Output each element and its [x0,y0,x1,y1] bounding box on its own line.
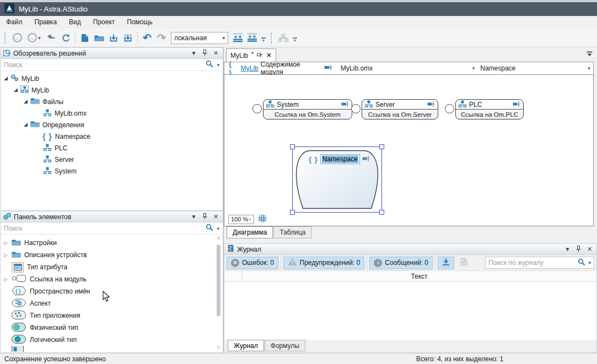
expander-icon[interactable]: ▷ [4,252,8,258]
connector-port[interactable] [351,104,361,113]
selection-handle[interactable] [379,144,384,149]
tree-item-namespace[interactable]: { } Namespace [1,131,223,142]
expander-icon[interactable] [4,77,8,80]
toolbar-grip[interactable] [271,32,273,44]
search-icon[interactable] [206,60,213,69]
reference-pin-icon[interactable] [341,101,349,108]
tree-item-system[interactable]: System [1,165,223,177]
tree-item-solution[interactable]: MyLib [1,73,223,84]
redo-button[interactable]: ↷ [154,31,169,45]
navigate-up-button[interactable]: ⬑ [44,31,58,45]
journal-column-icon[interactable] [224,271,242,281]
expander-icon[interactable]: ▷ [4,276,8,282]
breadcrumb-root-link[interactable]: MyLib [241,64,259,72]
journal-search-input[interactable] [488,259,576,267]
journal-column-text[interactable]: Текст [242,271,596,281]
zoom-combo[interactable]: 100 %˅ [228,215,254,224]
module-shape-system[interactable]: System Ссылка на Om.System [263,99,352,119]
navigate-forward-button[interactable]: →▾ [24,31,44,45]
menu-view[interactable]: Вид [63,16,87,29]
connector-port[interactable] [445,104,454,113]
namespace-shape[interactable]: { } Namespace [295,150,379,209]
tree-item-plc[interactable]: PLC [1,142,223,154]
messages-toggle-button[interactable]: i Сообщений: 0 [369,257,433,269]
panel-menu-button[interactable]: ▼ [190,214,198,220]
toolbox-item-physical-type[interactable]: Физический тип [1,322,223,334]
panel-menu-button[interactable]: ▼ [563,246,572,252]
apply-all-button[interactable] [245,31,259,45]
solution-search-input[interactable] [4,61,203,69]
panel-menu-button[interactable]: ▼ [190,50,198,56]
scroll-down-icon[interactable]: ˅ [215,345,222,351]
scroll-up-icon[interactable]: ˄ [215,236,222,242]
toolbox-item-namespace[interactable]: { } Пространство имён [1,285,223,297]
menu-file[interactable]: Файл [0,16,29,29]
toolbox-item-clipped[interactable] [1,346,223,352]
close-icon[interactable]: ✕ [585,246,594,253]
connector-port[interactable] [252,104,262,113]
search-options-icon[interactable]: ▾ [588,260,591,265]
selection-handle[interactable] [379,210,384,215]
save-button[interactable] [106,31,121,45]
search-icon[interactable] [206,224,213,233]
warnings-toggle-button[interactable]: Предупреждений: 0 [283,257,365,269]
search-options-icon[interactable]: ▾ [217,62,219,68]
pin-icon[interactable] [201,213,209,221]
toolbox-item-application-type[interactable]: Тип приложения [1,309,223,322]
pin-icon[interactable] [201,50,209,57]
reference-pin-icon[interactable] [324,64,332,72]
toolbox-search-input[interactable] [4,225,203,232]
search-options-icon[interactable]: ▾ [217,226,219,231]
refresh-button[interactable] [58,31,73,45]
module-shape-server[interactable]: Server Ссылка на Om.Server [362,99,438,119]
toolbox-item-settings[interactable]: ▷ Настройки [1,237,223,249]
close-icon[interactable]: ✕ [212,213,220,220]
reference-pin-icon[interactable] [513,101,520,108]
expander-icon[interactable] [24,100,28,104]
tab-diagram[interactable]: Диаграмма [227,226,273,238]
search-icon[interactable] [578,258,585,268]
navigate-back-button[interactable]: ← [10,31,24,45]
tree-item-definitions-folder[interactable]: Определения [1,119,223,131]
diagram-canvas[interactable]: System Ссылка на Om.System Server Ссылка… [224,74,594,226]
type-combo[interactable]: Namespace▾ [477,63,593,74]
toolbox-scrollbar[interactable]: ˄ ˅ [215,236,222,351]
grid-icon[interactable] [258,214,267,224]
configuration-combo[interactable]: локальная▾ [171,32,228,44]
toolbar-grip[interactable] [4,32,7,44]
tab-formulas[interactable]: Формулы [265,340,305,351]
diagram-tool-button[interactable] [276,31,291,45]
tab-journal[interactable]: Журнал [228,340,264,351]
expander-icon[interactable] [14,88,18,92]
scrollbar-thumb[interactable] [217,245,220,316]
pin-icon[interactable] [574,246,583,253]
save-all-button[interactable] [121,31,135,45]
toolbox-item-device-descriptions[interactable]: ▷ Описания устройств [1,249,223,261]
tree-item-files-folder[interactable]: Файлы [1,96,223,107]
pin-icon[interactable] [257,52,263,59]
apply-to-device-button[interactable] [230,31,245,45]
module-shape-plc[interactable]: PLC Ссылка на Om.PLC [455,99,524,119]
reference-pin-icon[interactable] [362,155,370,163]
tree-item-server[interactable]: Server [1,154,223,165]
menu-help[interactable]: Помощь [121,16,158,29]
toolbar-overflow-button[interactable]: ▾ [260,37,267,42]
tree-item-module[interactable]: MyLib [1,84,223,96]
close-icon[interactable]: ✕ [266,52,271,59]
expander-icon[interactable]: ▷ [4,240,8,246]
import-log-button[interactable] [438,257,454,269]
tab-list-icon[interactable] [587,51,593,58]
menu-project[interactable]: Проект [87,16,121,29]
selection-handle[interactable] [290,210,295,215]
toolbox-item-attribute-type[interactable]: Тип атрибута [1,261,223,273]
toolbox-item-logical-type[interactable]: Логический тип [1,334,223,346]
export-log-button[interactable] [456,256,471,270]
close-icon[interactable]: ✕ [212,50,220,57]
selection-handle[interactable] [290,144,295,149]
namespace-name-editor[interactable]: Namespace [320,154,360,164]
new-file-button[interactable] [78,31,92,45]
expander-icon[interactable] [24,123,28,127]
undo-button[interactable]: ↶ [140,31,154,45]
open-folder-button[interactable] [92,31,106,45]
journal-table-body[interactable] [224,282,596,340]
